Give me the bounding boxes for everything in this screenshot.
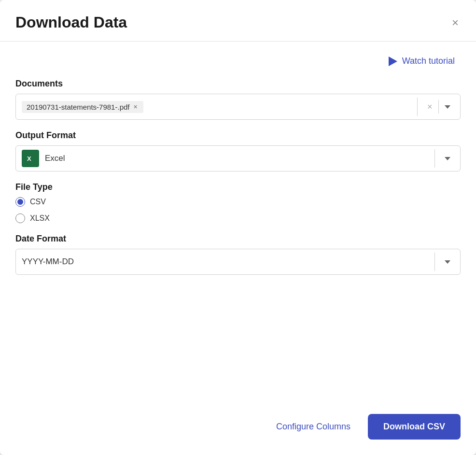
date-format-controls [434,253,454,271]
radio-item-xlsx[interactable]: XLSX [15,213,461,223]
excel-icon: X [22,150,39,167]
watch-tutorial-row: Watch tutorial [15,51,461,69]
file-type-label: File Type [15,182,461,192]
play-icon [389,57,397,66]
date-format-dropdown-button[interactable] [441,260,454,264]
documents-label: Documents [15,79,461,89]
documents-tags: 20190731-statements-7981-.pdf × [22,97,413,117]
modal-title: Download Data [15,14,127,31]
divider [438,100,439,114]
radio-csv-label: CSV [30,198,46,206]
radio-csv[interactable] [15,197,25,207]
watch-tutorial-button[interactable]: Watch tutorial [383,53,461,69]
output-format-select[interactable]: X Excel [15,145,461,171]
svg-text:X: X [27,155,31,162]
documents-dropdown-button[interactable] [441,105,454,109]
document-tag-text: 20190731-statements-7981-.pdf [27,103,129,111]
output-format-value: Excel [45,154,65,163]
download-csv-button[interactable]: Download CSV [368,414,461,440]
modal-footer: Configure Columns Download CSV [0,404,476,455]
file-type-radio-group: CSV XLSX [15,197,461,223]
file-type-section: File Type CSV XLSX [15,182,461,223]
modal-header: Download Data × [0,0,476,42]
document-tag: 20190731-statements-7981-.pdf × [22,101,143,113]
chevron-down-icon [445,260,450,264]
date-format-section: Date Format YYYY-MM-DD [15,234,461,275]
configure-columns-button[interactable]: Configure Columns [268,416,358,438]
documents-select[interactable]: 20190731-statements-7981-.pdf × × [15,94,461,120]
documents-section: Documents 20190731-statements-7981-.pdf … [15,79,461,120]
output-format-controls [434,149,454,168]
output-format-dropdown-button[interactable] [441,157,454,160]
radio-xlsx[interactable] [15,213,25,223]
chevron-down-icon [445,157,450,160]
watch-tutorial-label: Watch tutorial [402,56,455,66]
download-data-modal: Download Data × Watch tutorial Documents… [0,0,476,455]
radio-xlsx-label: XLSX [30,214,50,223]
output-format-inner: X Excel [22,150,431,167]
output-format-label: Output Format [15,130,461,141]
documents-clear-button[interactable]: × [423,102,436,111]
documents-controls: × [417,98,454,116]
date-format-select[interactable]: YYYY-MM-DD [15,249,461,275]
date-format-label: Date Format [15,234,461,244]
close-button[interactable]: × [450,15,461,30]
chevron-down-icon [445,105,450,109]
output-format-section: Output Format X Excel [15,130,461,171]
document-tag-remove[interactable]: × [132,103,138,110]
radio-item-csv[interactable]: CSV [15,197,461,207]
modal-body: Watch tutorial Documents 20190731-statem… [0,42,476,404]
date-format-value: YYYY-MM-DD [22,257,431,267]
